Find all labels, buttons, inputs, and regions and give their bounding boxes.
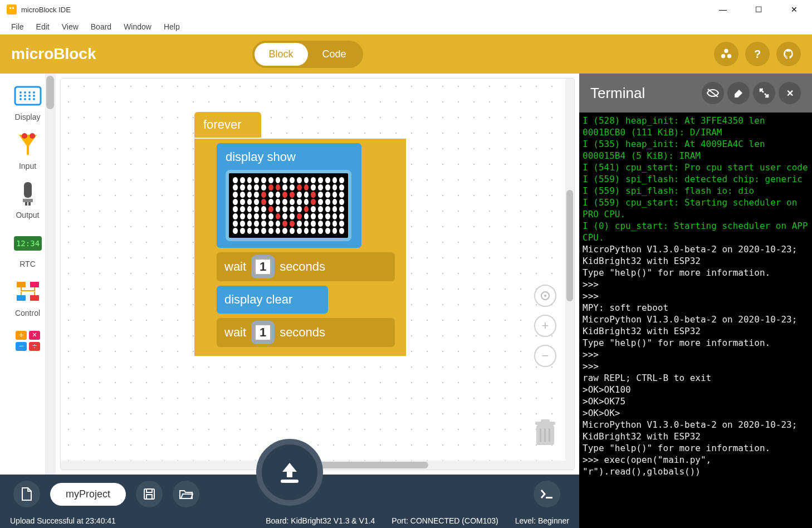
dot-matrix-input[interactable] xyxy=(226,170,351,241)
rtc-icon: 12:34 xyxy=(13,231,43,255)
menu-board[interactable]: Board xyxy=(85,20,117,33)
workspace[interactable]: forever display show wait 1 seconds xyxy=(56,74,579,475)
svg-rect-48 xyxy=(146,489,152,492)
terminal-output[interactable]: I (528) heap_init: At 3FFE4350 len 0001B… xyxy=(579,113,812,528)
block-label: display show xyxy=(226,150,355,164)
svg-point-19 xyxy=(30,133,35,139)
status-level: Level: Beginner xyxy=(515,516,569,525)
svg-rect-43 xyxy=(541,419,550,422)
svg-text:+: + xyxy=(18,330,23,339)
trash-button[interactable] xyxy=(533,417,557,447)
github-button[interactable] xyxy=(776,42,801,66)
zoom-in-button[interactable]: + xyxy=(534,315,556,337)
wait-value-input[interactable]: 1 xyxy=(254,258,272,276)
menu-window[interactable]: Window xyxy=(118,20,157,33)
svg-point-53 xyxy=(295,480,299,483)
mode-block-button[interactable]: Block xyxy=(255,43,308,66)
svg-point-7 xyxy=(19,91,22,94)
logo: microBlock xyxy=(11,45,96,63)
block-label: wait xyxy=(224,260,246,274)
status-port: Port: CONNECTED (COM103) xyxy=(392,516,498,525)
svg-point-9 xyxy=(28,91,31,94)
bottom-toolbar: myProject xyxy=(0,475,579,514)
block-categories-sidebar: Display Input Output 12:34 RTC Control xyxy=(0,74,56,475)
terminal-header: Terminal ✕ xyxy=(579,74,812,113)
block-stack[interactable]: forever display show wait 1 seconds xyxy=(194,112,406,356)
category-operators[interactable]: +×−÷ xyxy=(6,325,50,361)
project-name-button[interactable]: myProject xyxy=(50,483,126,506)
svg-rect-23 xyxy=(25,202,27,206)
terminal-close-button[interactable]: ✕ xyxy=(779,82,801,104)
mode-toggle: Block Code xyxy=(252,41,363,68)
svg-text:÷: ÷ xyxy=(32,341,37,350)
svg-point-10 xyxy=(33,91,35,94)
save-button[interactable] xyxy=(136,481,163,507)
menubar: FileEditViewBoardWindowHelp xyxy=(0,19,812,35)
status-board: Board: KidBright32 V1.3 & V1.4 xyxy=(266,516,375,525)
operators-icon: +×−÷ xyxy=(13,329,43,353)
category-output[interactable]: Output xyxy=(6,178,50,223)
svg-rect-46 xyxy=(549,428,550,442)
window-close-button[interactable]: ✕ xyxy=(783,2,805,17)
mode-code-button[interactable]: Code xyxy=(308,43,361,66)
category-rtc[interactable]: 12:34 RTC xyxy=(6,227,50,272)
svg-text:12:34: 12:34 xyxy=(16,239,39,248)
svg-rect-21 xyxy=(24,182,32,198)
window-maximize-button[interactable]: ☐ xyxy=(747,2,770,17)
svg-rect-51 xyxy=(282,480,297,483)
svg-rect-45 xyxy=(544,428,546,442)
control-icon xyxy=(13,280,43,304)
upload-button[interactable] xyxy=(256,439,323,506)
window-titlebar: microBlock IDE — ☐ ✕ xyxy=(0,0,812,19)
svg-rect-1 xyxy=(9,7,11,9)
category-input[interactable]: Input xyxy=(6,129,50,174)
menu-file[interactable]: File xyxy=(6,20,30,33)
svg-rect-49 xyxy=(146,495,152,499)
svg-point-13 xyxy=(28,95,31,97)
menu-view[interactable]: View xyxy=(56,20,84,33)
extensions-button[interactable] xyxy=(714,42,738,66)
svg-point-16 xyxy=(24,98,26,100)
zoom-center-button[interactable] xyxy=(534,285,556,307)
menu-help[interactable]: Help xyxy=(158,20,185,33)
terminal-button[interactable] xyxy=(534,481,560,507)
svg-rect-27 xyxy=(17,282,26,287)
new-file-button[interactable] xyxy=(13,481,40,507)
block-display-show[interactable]: display show xyxy=(217,143,361,248)
help-button[interactable]: ? xyxy=(745,42,770,66)
menu-edit[interactable]: Edit xyxy=(31,20,55,33)
svg-rect-50 xyxy=(546,497,552,498)
block-forever[interactable]: forever xyxy=(194,112,261,138)
block-wait-2[interactable]: wait 1 seconds xyxy=(217,318,395,347)
terminal-fullscreen-button[interactable] xyxy=(753,82,775,104)
category-control[interactable]: Control xyxy=(6,276,50,321)
window-title: microBlock IDE xyxy=(21,6,712,14)
status-bar: Upload Successful at 23:40:41 Board: Kid… xyxy=(0,514,579,528)
open-button[interactable] xyxy=(173,481,199,507)
wait-value-input[interactable]: 1 xyxy=(254,324,272,341)
category-label: RTC xyxy=(19,260,36,268)
window-minimize-button[interactable]: — xyxy=(712,2,734,17)
category-display[interactable]: Display xyxy=(6,80,50,125)
categories-scrollbar[interactable] xyxy=(45,74,55,475)
workspace-scrollbar-vertical[interactable] xyxy=(565,79,574,470)
svg-rect-0 xyxy=(8,6,15,13)
category-label: Control xyxy=(15,309,40,317)
svg-rect-6 xyxy=(15,87,41,105)
terminal-disconnect-button[interactable] xyxy=(702,82,724,104)
svg-rect-44 xyxy=(540,428,541,442)
toolbar: microBlock Block Code ? xyxy=(0,35,812,74)
display-icon xyxy=(13,84,43,108)
svg-point-20 xyxy=(22,133,27,139)
zoom-out-button[interactable]: − xyxy=(534,345,556,367)
svg-point-3 xyxy=(724,49,728,53)
category-label: Output xyxy=(16,211,39,219)
block-display-clear[interactable]: display clear xyxy=(217,286,328,314)
svg-point-12 xyxy=(24,95,26,97)
input-icon xyxy=(13,133,43,157)
svg-text:×: × xyxy=(32,330,36,339)
terminal-title: Terminal xyxy=(590,85,698,102)
block-wait-1[interactable]: wait 1 seconds xyxy=(217,252,395,281)
terminal-clear-button[interactable] xyxy=(727,82,750,104)
svg-rect-28 xyxy=(30,282,39,287)
